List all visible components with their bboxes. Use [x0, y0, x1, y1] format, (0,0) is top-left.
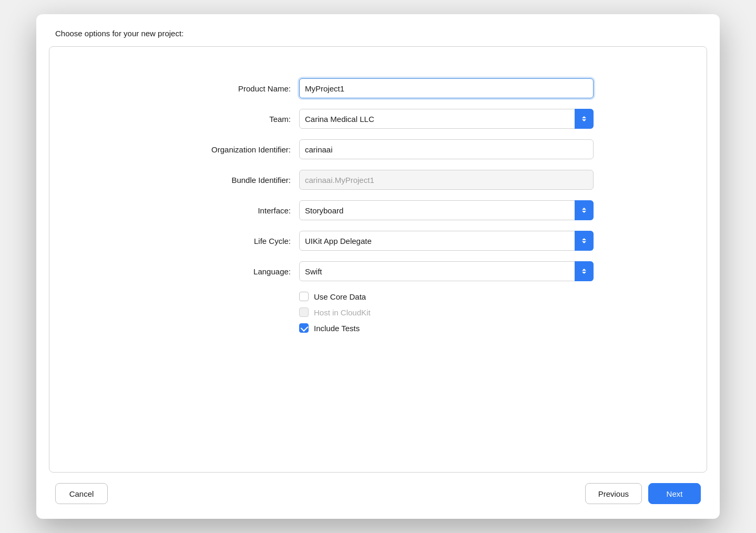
bundle-identifier-input [299, 170, 594, 190]
footer-right: Previous Next [585, 483, 701, 504]
interface-field: Storyboard SwiftUI [299, 200, 594, 220]
use-core-data-label[interactable]: Use Core Data [314, 292, 366, 301]
lifecycle-row: Life Cycle: UIKit App Delegate SwiftUI A… [162, 231, 594, 251]
interface-select[interactable]: Storyboard SwiftUI [299, 200, 594, 220]
interface-select-wrapper: Storyboard SwiftUI [299, 200, 594, 220]
new-project-dialog: Choose options for your new project: Pro… [36, 14, 720, 519]
include-tests-label[interactable]: Include Tests [314, 324, 360, 333]
host-cloudkit-checkbox [299, 308, 309, 317]
lifecycle-select-wrapper: UIKit App Delegate SwiftUI App [299, 231, 594, 251]
team-row: Team: Carina Medical LLC Personal Team N… [162, 109, 594, 129]
interface-label: Interface: [162, 206, 299, 215]
interface-row: Interface: Storyboard SwiftUI [162, 200, 594, 220]
dialog-title: Choose options for your new project: [36, 14, 720, 46]
org-identifier-input[interactable] [299, 139, 594, 159]
dialog-content: Product Name: Team: Carina Medical LLC P… [49, 46, 707, 473]
include-tests-checkbox[interactable] [299, 323, 309, 333]
org-identifier-row: Organization Identifier: [162, 139, 594, 159]
next-button[interactable]: Next [648, 483, 701, 504]
checkboxes-area: Use Core Data Host in CloudKit Include T… [299, 292, 594, 333]
include-tests-row: Include Tests [299, 323, 594, 333]
bundle-identifier-label: Bundle Identifier: [162, 176, 299, 184]
language-field: Swift Objective-C [299, 261, 594, 281]
use-core-data-checkbox[interactable] [299, 292, 309, 301]
product-name-input[interactable] [299, 78, 594, 98]
lifecycle-label: Life Cycle: [162, 237, 299, 245]
dialog-footer: Cancel Previous Next [36, 473, 720, 519]
bundle-identifier-field [299, 170, 594, 190]
lifecycle-field: UIKit App Delegate SwiftUI App [299, 231, 594, 251]
previous-button[interactable]: Previous [585, 483, 642, 504]
org-identifier-field [299, 139, 594, 159]
org-identifier-label: Organization Identifier: [162, 145, 299, 154]
team-field: Carina Medical LLC Personal Team None [299, 109, 594, 129]
language-select-wrapper: Swift Objective-C [299, 261, 594, 281]
host-cloudkit-row: Host in CloudKit [299, 308, 594, 317]
bundle-identifier-row: Bundle Identifier: [162, 170, 594, 190]
team-select-wrapper: Carina Medical LLC Personal Team None [299, 109, 594, 129]
cancel-button[interactable]: Cancel [55, 483, 108, 504]
product-name-label: Product Name: [162, 84, 299, 93]
language-row: Language: Swift Objective-C [162, 261, 594, 281]
host-cloudkit-label: Host in CloudKit [314, 308, 371, 317]
lifecycle-select[interactable]: UIKit App Delegate SwiftUI App [299, 231, 594, 251]
form-container: Product Name: Team: Carina Medical LLC P… [162, 78, 594, 333]
team-label: Team: [162, 115, 299, 124]
language-select[interactable]: Swift Objective-C [299, 261, 594, 281]
product-name-row: Product Name: [162, 78, 594, 98]
language-label: Language: [162, 267, 299, 276]
team-select[interactable]: Carina Medical LLC Personal Team None [299, 109, 594, 129]
product-name-field [299, 78, 594, 98]
use-core-data-row: Use Core Data [299, 292, 594, 301]
